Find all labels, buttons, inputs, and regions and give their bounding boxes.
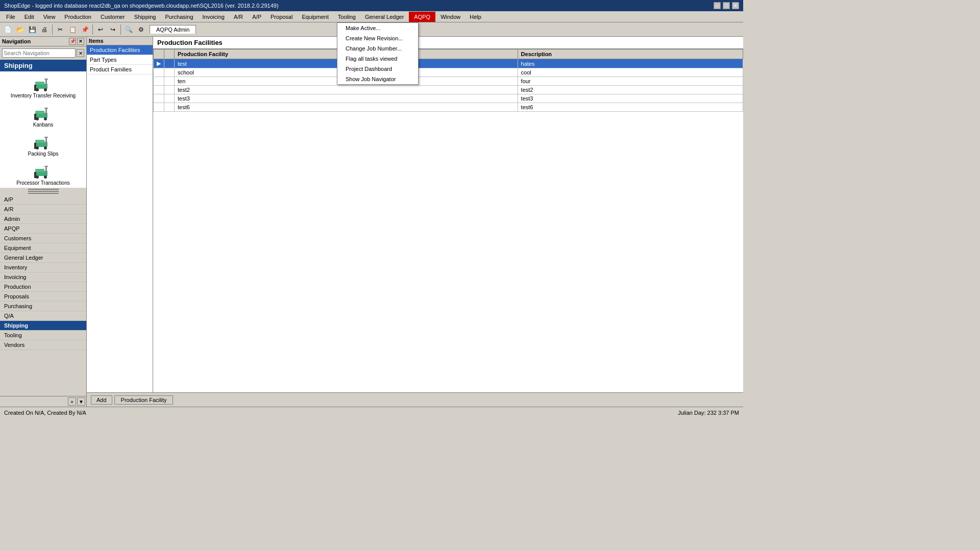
menu-help[interactable]: Help bbox=[465, 13, 485, 21]
title-bar-controls: ─ □ ✕ bbox=[714, 2, 739, 9]
toolbar-redo[interactable]: ↪ bbox=[107, 24, 118, 35]
nav-item-processor-transactions[interactable]: Processor Transactions bbox=[0, 159, 86, 188]
aqpq-admin-tab[interactable]: AQPQ Admin bbox=[150, 25, 196, 34]
row-arrow bbox=[154, 94, 164, 103]
add-button[interactable]: Add bbox=[91, 395, 112, 405]
nav-section-vendors[interactable]: Vendors bbox=[0, 340, 86, 350]
svg-rect-15 bbox=[35, 140, 44, 143]
items-product-families[interactable]: Product Families bbox=[87, 65, 153, 74]
maximize-button[interactable]: □ bbox=[723, 2, 730, 9]
menu-production[interactable]: Production bbox=[60, 13, 95, 21]
menu-ap[interactable]: A/P bbox=[248, 13, 265, 21]
nav-item-packing-slips[interactable]: Packing Slips bbox=[0, 130, 86, 159]
toolbar-print[interactable]: 🖨 bbox=[39, 24, 50, 35]
menu-proposal[interactable]: Proposal bbox=[266, 13, 297, 21]
toolbar-search[interactable]: 🔍 bbox=[123, 24, 134, 35]
menu-purchasing[interactable]: Purchasing bbox=[161, 13, 197, 21]
nav-section-general-ledger[interactable]: General Ledger bbox=[0, 253, 86, 263]
menu-equipment[interactable]: Equipment bbox=[298, 13, 333, 21]
nav-section-production[interactable]: Production bbox=[0, 282, 86, 292]
table-row[interactable]: school cool bbox=[154, 68, 743, 77]
row-arrow: ▶ bbox=[154, 59, 164, 68]
nav-section-equipment[interactable]: Equipment bbox=[0, 243, 86, 253]
nav-pin-button[interactable]: 📌 bbox=[69, 38, 76, 45]
items-panel: Items Production Facilities Part Types P… bbox=[87, 37, 153, 392]
nav-collapse-button[interactable]: ▼ bbox=[77, 397, 85, 406]
nav-item-kanbans[interactable]: Kanbans bbox=[0, 101, 86, 130]
menu-file[interactable]: File bbox=[2, 13, 19, 21]
nav-bottom-controls: » ▼ bbox=[0, 396, 86, 407]
row-description: test2 bbox=[518, 86, 743, 94]
nav-section-inventory[interactable]: Inventory bbox=[0, 263, 86, 272]
menu-bar: File Edit View Production Customer Shipp… bbox=[0, 11, 743, 22]
table-row[interactable]: test6 test6 bbox=[154, 103, 743, 112]
nav-close-button[interactable]: ✕ bbox=[77, 38, 84, 45]
nav-section-qa[interactable]: Q/A bbox=[0, 311, 86, 321]
packing-slips-icon bbox=[34, 132, 53, 150]
dropdown-flag-all-tasks[interactable]: Flag all tasks viewed bbox=[337, 54, 418, 64]
scroll-indicator bbox=[0, 188, 86, 195]
menu-aqpq[interactable]: AQPQ bbox=[409, 12, 435, 22]
dropdown-make-active[interactable]: Make Active... bbox=[337, 23, 418, 33]
dropdown-show-job-navigator[interactable]: Show Job Navigator bbox=[337, 74, 418, 84]
toolbar-settings[interactable]: ⚙ bbox=[135, 24, 146, 35]
dropdown-create-new-revision[interactable]: Create New Revision... bbox=[337, 33, 418, 43]
menu-tooling[interactable]: Tooling bbox=[334, 13, 360, 21]
menu-ar[interactable]: A/R bbox=[230, 13, 247, 21]
svg-rect-20 bbox=[44, 137, 48, 138]
toolbar-paste[interactable]: 📌 bbox=[79, 24, 90, 35]
nav-section-ap[interactable]: A/P bbox=[0, 195, 86, 205]
nav-expand-button[interactable]: » bbox=[68, 397, 76, 406]
items-list: Production Facilities Part Types Product… bbox=[87, 45, 153, 74]
processor-transactions-label: Processor Transactions bbox=[16, 180, 70, 186]
nav-section-proposals[interactable]: Proposals bbox=[0, 292, 86, 302]
nav-item-inventory-transfer[interactable]: Inventory Transfer Receiving bbox=[0, 71, 86, 101]
menu-invoicing[interactable]: Invoicing bbox=[199, 13, 229, 21]
menu-view[interactable]: View bbox=[39, 13, 60, 21]
toolbar-open[interactable]: 📂 bbox=[14, 24, 26, 35]
toolbar-cut[interactable]: ✂ bbox=[55, 24, 66, 35]
table-row[interactable]: test2 test2 bbox=[154, 86, 743, 94]
nav-section-customers[interactable]: Customers bbox=[0, 234, 86, 243]
toolbar-save[interactable]: 💾 bbox=[27, 24, 38, 35]
title-bar: ShopEdge - logged into database react2db… bbox=[0, 0, 743, 11]
nav-section-shipping-bottom[interactable]: Shipping bbox=[0, 321, 86, 331]
row-arrow bbox=[154, 77, 164, 86]
close-button[interactable]: ✕ bbox=[732, 2, 739, 9]
table-row[interactable]: ten four bbox=[154, 77, 743, 86]
table-row[interactable]: test3 test3 bbox=[154, 94, 743, 103]
nav-section-tooling[interactable]: Tooling bbox=[0, 331, 86, 340]
toolbar-new[interactable]: 📄 bbox=[2, 24, 13, 35]
items-production-facilities[interactable]: Production Facilities bbox=[87, 45, 153, 55]
menu-general-ledger[interactable]: General Ledger bbox=[361, 13, 408, 21]
table-row[interactable]: ▶ test hates bbox=[154, 59, 743, 68]
toolbar-separator-1 bbox=[52, 24, 53, 35]
items-part-types[interactable]: Part Types bbox=[87, 55, 153, 65]
svg-point-4 bbox=[44, 88, 47, 91]
nav-section-invoicing[interactable]: Invoicing bbox=[0, 272, 86, 282]
menu-edit[interactable]: Edit bbox=[20, 13, 38, 21]
processor-transactions-icon bbox=[34, 161, 53, 179]
nav-section-purchasing[interactable]: Purchasing bbox=[0, 302, 86, 311]
menu-customer[interactable]: Customer bbox=[96, 13, 129, 21]
nav-section-shipping[interactable]: Shipping bbox=[0, 60, 86, 71]
status-bar: Created On N/A, Created By N/A Julian Da… bbox=[0, 407, 743, 418]
nav-section-ar[interactable]: A/R bbox=[0, 205, 86, 214]
svg-rect-13 bbox=[44, 108, 48, 109]
title-bar-text: ShopEdge - logged into database react2db… bbox=[4, 3, 279, 9]
menu-shipping[interactable]: Shipping bbox=[130, 13, 160, 21]
packing-slips-label: Packing Slips bbox=[28, 151, 58, 157]
search-clear-button[interactable]: ✕ bbox=[77, 49, 84, 57]
nav-shipping-items: Inventory Transfer Receiving Kanbans bbox=[0, 71, 86, 188]
dropdown-change-job-number[interactable]: Change Job Number... bbox=[337, 43, 418, 54]
dropdown-project-dashboard[interactable]: Project Dashboard bbox=[337, 64, 418, 74]
minimize-button[interactable]: ─ bbox=[714, 2, 721, 9]
nav-section-admin[interactable]: Admin bbox=[0, 214, 86, 224]
svg-point-3 bbox=[36, 88, 39, 91]
nav-section-apqp[interactable]: APQP bbox=[0, 224, 86, 234]
toolbar-undo[interactable]: ↩ bbox=[95, 24, 106, 35]
search-input[interactable] bbox=[2, 48, 76, 58]
menu-window[interactable]: Window bbox=[436, 13, 464, 21]
toolbar-copy[interactable]: 📋 bbox=[67, 24, 78, 35]
production-facility-tab[interactable]: Production Facility bbox=[114, 395, 174, 405]
